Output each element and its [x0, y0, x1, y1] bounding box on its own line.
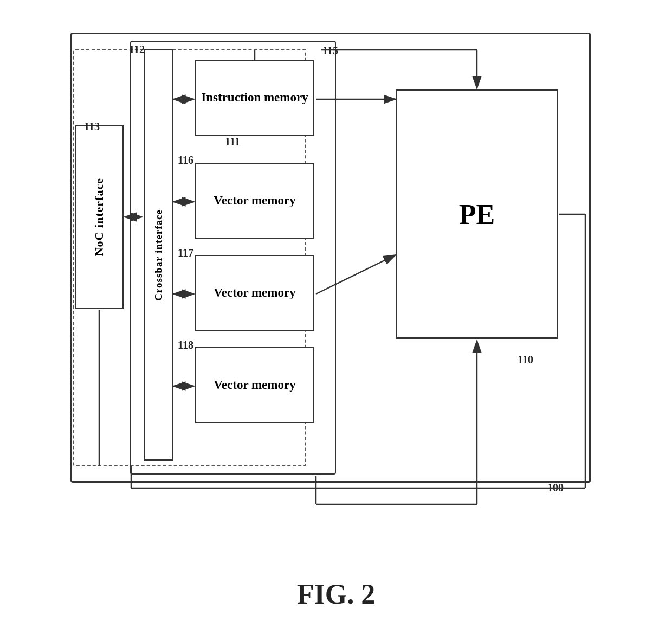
noc-interface-box: NoC interface — [75, 125, 124, 309]
instruction-memory-box: Instruction memory — [195, 60, 314, 136]
vector-memory-3-box: Vector memory — [195, 347, 314, 423]
pe-box: PE — [396, 89, 558, 339]
label-115: 115 — [322, 44, 338, 57]
vector-memory-2-box: Vector memory — [195, 255, 314, 331]
label-112: 112 — [129, 43, 145, 56]
label-116: 116 — [178, 154, 193, 167]
vector-memory-2-label: Vector memory — [214, 285, 295, 301]
crossbar-interface-box: Crossbar interface — [144, 49, 173, 461]
vector-memory-3-label: Vector memory — [214, 377, 295, 393]
fig-caption: FIG. 2 — [297, 578, 375, 610]
noc-interface-label: NoC interface — [92, 178, 106, 256]
label-111: 111 — [225, 136, 240, 148]
instruction-memory-label: Instruction memory — [201, 89, 308, 106]
label-100: 100 — [547, 482, 564, 494]
vector-memory-1-box: Vector memory — [195, 163, 314, 239]
crossbar-interface-label: Crossbar interface — [153, 209, 165, 301]
vector-memory-1-label: Vector memory — [214, 193, 295, 209]
diagram-container: NoC interface Crossbar interface Instruc… — [27, 16, 645, 548]
label-113: 113 — [84, 120, 100, 133]
pe-label: PE — [459, 199, 495, 231]
label-110: 110 — [518, 354, 533, 366]
label-117: 117 — [178, 247, 193, 259]
label-118: 118 — [178, 339, 193, 351]
